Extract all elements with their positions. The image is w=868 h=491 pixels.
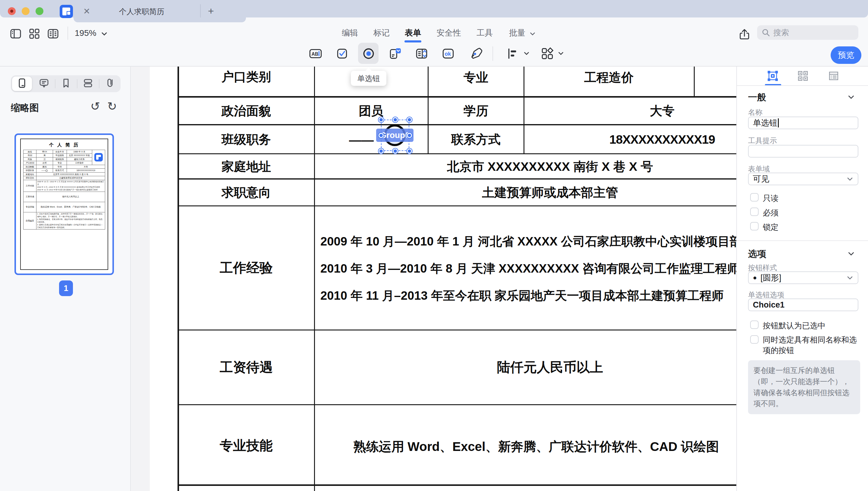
tab-title[interactable]: 个人求职简历 bbox=[119, 7, 164, 17]
table-border bbox=[177, 96, 736, 97]
form-field-select[interactable]: 可见 bbox=[748, 173, 858, 185]
resize-handle[interactable] bbox=[407, 148, 412, 154]
chevron-down-icon[interactable] bbox=[523, 50, 530, 57]
radio-choice-input[interactable]: Choice1 bbox=[748, 298, 858, 311]
cell-label: 专业 bbox=[464, 69, 488, 86]
style-bullet: ● bbox=[753, 274, 757, 282]
cell-label: 专业技能 bbox=[220, 437, 273, 455]
resize-handle[interactable] bbox=[407, 133, 412, 138]
sidebar-toggle-button[interactable] bbox=[5, 24, 26, 44]
radio-button-tool[interactable] bbox=[358, 44, 379, 64]
redo-icon[interactable]: ↻ bbox=[107, 100, 117, 113]
cell-label: 求职意向 bbox=[222, 184, 271, 201]
list-box-tool[interactable] bbox=[411, 44, 432, 64]
resize-handle[interactable] bbox=[393, 148, 398, 154]
text-field-tool[interactable]: AB bbox=[305, 44, 326, 64]
required-label: 必须 bbox=[763, 207, 779, 218]
cell-value: 北京市 XXXXXXXXXX 南街 X 巷 X 号 bbox=[447, 158, 653, 175]
cell-value: —— bbox=[349, 133, 374, 147]
cell-value: 大专 bbox=[650, 103, 674, 119]
name-input[interactable]: 单选钮 bbox=[748, 117, 858, 129]
undo-icon[interactable]: ↺ bbox=[90, 100, 100, 113]
arrange-fields-tool[interactable] bbox=[537, 44, 558, 64]
resize-handle[interactable] bbox=[407, 117, 412, 122]
chevron-down-icon[interactable] bbox=[847, 93, 855, 101]
grid-view-button[interactable] bbox=[24, 24, 45, 44]
zoom-window-button[interactable] bbox=[35, 7, 44, 15]
tab-divider bbox=[200, 4, 201, 18]
comments-tab[interactable] bbox=[38, 77, 50, 90]
options-section-title: 选项 bbox=[748, 248, 766, 260]
select-same-checkbox[interactable] bbox=[750, 335, 759, 344]
chevron-down-icon[interactable] bbox=[529, 30, 536, 37]
active-menu-underline bbox=[404, 40, 421, 42]
svg-text:ok: ok bbox=[445, 51, 451, 57]
tab-field-list[interactable] bbox=[828, 70, 839, 83]
attachments-tab[interactable] bbox=[104, 77, 116, 90]
table-border bbox=[314, 66, 315, 491]
preview-button[interactable]: 预览 bbox=[831, 47, 861, 64]
resize-handle[interactable] bbox=[379, 148, 384, 154]
signature-field-tool[interactable] bbox=[465, 44, 485, 64]
tooltip-input[interactable] bbox=[748, 145, 858, 157]
cell-value: 陆仟元人民币以上 bbox=[497, 358, 603, 376]
tab-properties[interactable] bbox=[767, 70, 779, 83]
page-number-badge[interactable]: 1 bbox=[59, 281, 73, 296]
readonly-checkbox[interactable] bbox=[750, 193, 759, 202]
menu-edit[interactable]: 编辑 bbox=[342, 27, 358, 38]
table-border bbox=[177, 329, 736, 330]
page-number: 1 bbox=[64, 284, 68, 293]
cell-label: 学历 bbox=[464, 103, 488, 119]
combo-box-tool[interactable] bbox=[385, 44, 405, 64]
hint-box: 要创建一组互斥的单选钮（即，一次只能选择一个），请确保各域名称相同但按钮选项不同… bbox=[748, 360, 860, 414]
chevron-down-icon[interactable] bbox=[101, 30, 108, 37]
tab-field-grid[interactable] bbox=[797, 70, 809, 83]
default-checked-checkbox[interactable] bbox=[750, 320, 759, 329]
table-border bbox=[177, 484, 736, 486]
cell-label: 工资待遇 bbox=[220, 358, 273, 376]
chevron-down-icon[interactable] bbox=[847, 250, 855, 258]
text-caret bbox=[778, 118, 779, 127]
minimize-window-button[interactable] bbox=[22, 7, 30, 15]
properties-panel: 一般 名称 单选钮 工具提示 表单域 可见 只读 必须 锁定 选项 按钮样式 ●… bbox=[736, 66, 868, 491]
outline-tab[interactable] bbox=[82, 77, 94, 90]
menu-tools[interactable]: 工具 bbox=[476, 27, 493, 38]
resize-handle[interactable] bbox=[379, 133, 384, 138]
reader-view-button[interactable] bbox=[43, 24, 63, 44]
search-input[interactable]: 搜索 bbox=[757, 25, 858, 40]
button-style-select[interactable]: ● [圆形] bbox=[748, 271, 858, 284]
preview-button-label: 预览 bbox=[838, 50, 854, 61]
resize-handle[interactable] bbox=[393, 117, 398, 122]
document-page[interactable]: 户口类别 农村 专业 工程造价 政治面貌 团员 学历 大专 班级职务 —— 联系… bbox=[150, 66, 736, 491]
cell-label: 户口类别 bbox=[222, 69, 271, 85]
zoom-level[interactable]: 195% bbox=[75, 28, 96, 38]
search-icon bbox=[761, 28, 771, 37]
cell-value: 团员 bbox=[359, 103, 383, 119]
menu-form[interactable]: 表单 bbox=[405, 27, 421, 38]
menu-markup[interactable]: 标记 bbox=[373, 27, 390, 38]
new-tab-button[interactable]: + bbox=[208, 5, 214, 17]
menu-batch[interactable]: 批量 bbox=[509, 27, 525, 38]
table-border bbox=[177, 404, 736, 405]
required-checkbox[interactable] bbox=[750, 207, 759, 216]
app-icon bbox=[60, 5, 73, 18]
bookmarks-tab[interactable] bbox=[60, 77, 72, 90]
thumb-title: 个 人 简 历 bbox=[23, 142, 105, 148]
segment-divider bbox=[77, 79, 78, 88]
checkbox-tool[interactable] bbox=[332, 44, 352, 64]
push-button-tool[interactable]: ok bbox=[438, 44, 458, 64]
alignment-tool[interactable] bbox=[503, 44, 523, 64]
tool-divider bbox=[493, 47, 493, 61]
close-tab-icon[interactable]: ✕ bbox=[83, 6, 90, 16]
page-thumbnail[interactable]: 个 人 简 历 姓名李XX出生年月1989 年 9 月 性别男毕业院校北京 XX… bbox=[15, 134, 114, 275]
name-label: 名称 bbox=[748, 108, 762, 117]
name-input-value: 单选钮 bbox=[753, 117, 777, 128]
thumbnails-tab[interactable] bbox=[16, 77, 28, 90]
menu-security[interactable]: 安全性 bbox=[437, 27, 461, 38]
resize-handle[interactable] bbox=[379, 117, 384, 122]
form-field-select-value: 可见 bbox=[753, 174, 769, 184]
radio-field-label: Group0 bbox=[380, 131, 410, 140]
locked-checkbox[interactable] bbox=[750, 222, 759, 230]
share-icon[interactable] bbox=[734, 24, 755, 45]
chevron-down-icon[interactable] bbox=[558, 50, 564, 57]
